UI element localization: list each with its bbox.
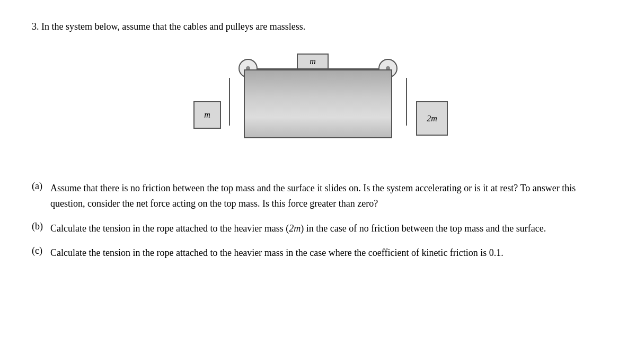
question-a-text: Assume that there is no friction between… [50, 181, 604, 211]
problem-number: 3. In the system below, assume that the … [32, 21, 604, 32]
questions-section: (a) Assume that there is no friction bet… [32, 181, 604, 261]
question-b-text: Calculate the tension in the rope attach… [50, 221, 604, 236]
mass-left-label: m [204, 110, 210, 120]
question-b-label: (b) [32, 221, 50, 232]
table-surface [244, 69, 392, 138]
diagram: m m 2m [32, 43, 604, 165]
mass-top: m [297, 54, 329, 69]
question-c-text: Calculate the tension in the rope attach… [50, 245, 604, 261]
mass-left: m [193, 101, 221, 129]
problem-number-text: 3. [32, 21, 39, 32]
mass-top-label: m [310, 57, 316, 66]
question-b: (b) Calculate the tension in the rope at… [32, 221, 604, 236]
mass-right: 2m [416, 101, 448, 136]
question-a-label: (a) [32, 181, 50, 192]
question-c: (c) Calculate the tension in the rope at… [32, 245, 604, 261]
rope-right-vertical [406, 78, 407, 126]
question-c-label: (c) [32, 245, 50, 256]
pulley-system: m m 2m [223, 54, 413, 165]
question-a: (a) Assume that there is no friction bet… [32, 181, 604, 211]
rope-left-to-mass [299, 68, 307, 69]
rope-left-horizontal [257, 68, 299, 69]
rope-left-vertical [229, 78, 230, 126]
mass-right-label: 2m [427, 114, 437, 123]
rope-right-to-mass [329, 68, 337, 69]
problem-intro: In the system below, assume that the cab… [41, 21, 305, 32]
rope-right-horizontal [337, 68, 379, 69]
